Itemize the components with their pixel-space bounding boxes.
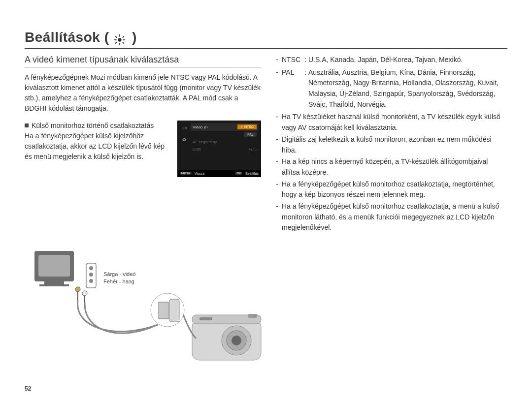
svg-rect-30	[248, 314, 257, 318]
svg-rect-7	[115, 41, 117, 44]
def-pal: - PAL : Ausztrália, Ausztria, Belgium, K…	[276, 67, 507, 110]
intro-paragraph: A fényképezőgépnek Mozi módban kimenő je…	[25, 72, 261, 114]
note-5: -Ha a fényképezőgépet külső monitorhoz c…	[276, 201, 507, 233]
svg-point-16	[89, 279, 93, 283]
def-value: U.S.A, Kanada, Japán, Dél-Korea, Tajvan,…	[308, 55, 507, 65]
page-title: Beállítások ( )	[25, 30, 137, 45]
svg-point-14	[89, 266, 93, 270]
menu-footer: MENU Vissza OK Beállítás	[178, 170, 261, 177]
cable-path	[85, 303, 158, 333]
page-number: 52	[25, 385, 31, 392]
dash-icon: -	[276, 55, 282, 65]
content-columns: A videó kimenet típusának kiválasztása A…	[25, 55, 507, 233]
menu-row-label: USB	[193, 147, 200, 152]
menu-row-video: Videó jel ✓ NTSC	[191, 123, 259, 131]
left-column: A videó kimenet típusának kiválasztása A…	[25, 55, 261, 233]
svg-point-18	[82, 291, 87, 296]
connector-icon	[151, 293, 184, 327]
def-ntsc: - NTSC : U.S.A, Kanada, Japán, Dél-Korea…	[276, 55, 507, 65]
note-2: -Digitális zaj keletkezik a külső monito…	[276, 134, 507, 155]
display-icon: ▭	[181, 124, 188, 131]
note-1: -Ha TV készüléket használ külső monitork…	[276, 112, 507, 133]
svg-rect-5	[115, 35, 117, 38]
av-plug-icon	[75, 263, 96, 303]
diagram-labels: Sárga - videó Fehér - hang	[103, 271, 135, 286]
svg-rect-8	[122, 41, 125, 44]
svg-rect-12	[39, 284, 69, 286]
note-3: -Ha a kép nincs a képernyő közepén, a TV…	[276, 156, 507, 178]
menu-row-label: Videó jel	[193, 125, 208, 129]
label-yellow: Sárga - videó	[103, 271, 135, 278]
note-4: -Ha a fényképezőgépet külső monitorhoz c…	[276, 179, 507, 200]
connection-diagram: Sárga - videó Fehér - hang	[30, 251, 266, 379]
def-value: Ausztrália, Ausztria, Belgium, Kína, Dán…	[308, 67, 507, 110]
menu-row-label: AF segédfény	[193, 140, 217, 144]
menu-row-af: AF segédfény	[191, 138, 259, 146]
note-text: Ha a fényképezőgépet külső monitorhoz cs…	[282, 201, 507, 233]
dash-icon: -	[276, 179, 282, 200]
menu-row-options: ✓ NTSC	[237, 124, 257, 129]
svg-rect-6	[122, 35, 125, 38]
title-suffix: )	[132, 30, 137, 45]
menu-back-label: Vissza	[195, 172, 205, 175]
note-text: Ha a fényképezőgépet külső monitorhoz cs…	[282, 179, 507, 200]
svg-rect-3	[114, 39, 117, 40]
svg-rect-10	[38, 255, 70, 277]
page-header: Beállítások ( )	[25, 30, 507, 49]
svg-rect-11	[44, 281, 64, 284]
camera-icon	[192, 314, 261, 360]
menu-opt-pal: PAL	[244, 132, 257, 137]
camera-menu-screenshot: ▭ ✿ Videó jel ✓ NTSC PAL	[177, 121, 261, 177]
external-monitor-text: Külső monitorhoz történő csatlakoztatás …	[25, 121, 172, 177]
svg-rect-4	[123, 39, 125, 40]
cable-path	[78, 300, 158, 332]
title-prefix: Beállítások (	[25, 30, 109, 45]
svg-rect-29	[200, 317, 212, 320]
svg-point-15	[89, 273, 93, 277]
svg-rect-23	[169, 299, 179, 322]
dash-icon: -	[276, 156, 282, 178]
svg-rect-2	[119, 43, 120, 45]
tv-icon	[34, 251, 74, 286]
colon: :	[304, 67, 308, 110]
section-subheader: A videó kimenet típusának kiválasztása	[25, 55, 261, 67]
gear-small-icon: ✿	[181, 136, 188, 143]
diagram-svg	[30, 251, 266, 379]
svg-point-17	[75, 287, 80, 292]
square-bullet-icon	[25, 123, 29, 127]
svg-rect-22	[159, 302, 168, 319]
gear-icon	[114, 33, 125, 44]
label-white: Fehér - hang	[103, 278, 135, 285]
bullet-title: Külső monitorhoz történő csatlakoztatás	[32, 122, 154, 129]
svg-rect-1	[119, 34, 120, 37]
menu-ok-btn: OK	[235, 172, 242, 175]
colon: :	[304, 55, 308, 65]
menu-left-icons: ▭ ✿	[180, 124, 189, 168]
svg-point-28	[232, 336, 241, 345]
menu-row-usb: USB Auto	[191, 146, 259, 153]
note-text: Ha TV készüléket használ külső monitorké…	[282, 112, 507, 133]
dash-icon: -	[276, 201, 282, 233]
dash-icon: -	[276, 67, 282, 110]
bullet-body: Ha a fényképezőgépet külső kijelzőhöz cs…	[25, 132, 165, 160]
dash-icon: -	[276, 134, 282, 155]
menu-opt-ntsc: ✓ NTSC	[237, 124, 257, 129]
menu-rows: Videó jel ✓ NTSC PAL AF segédfény	[191, 123, 259, 153]
def-label: PAL	[282, 67, 304, 110]
menu-row-value: Auto	[249, 147, 257, 152]
menu-ok-label: Beállítás	[245, 172, 259, 175]
svg-point-0	[118, 38, 121, 41]
note-text: Digitális zaj keletkezik a külső monitor…	[282, 134, 507, 155]
manual-page: Beállítások ( )	[0, 0, 532, 401]
external-monitor-block: Külső monitorhoz történő csatlakoztatás …	[25, 121, 261, 177]
note-text: Ha a kép nincs a képernyő közepén, a TV-…	[282, 156, 507, 178]
menu-back-btn: MENU	[180, 172, 192, 175]
def-label: NTSC	[282, 55, 304, 65]
menu-row-pal: PAL	[191, 131, 259, 138]
dash-icon: -	[276, 112, 282, 133]
right-column: - NTSC : U.S.A, Kanada, Japán, Dél-Korea…	[276, 55, 507, 233]
